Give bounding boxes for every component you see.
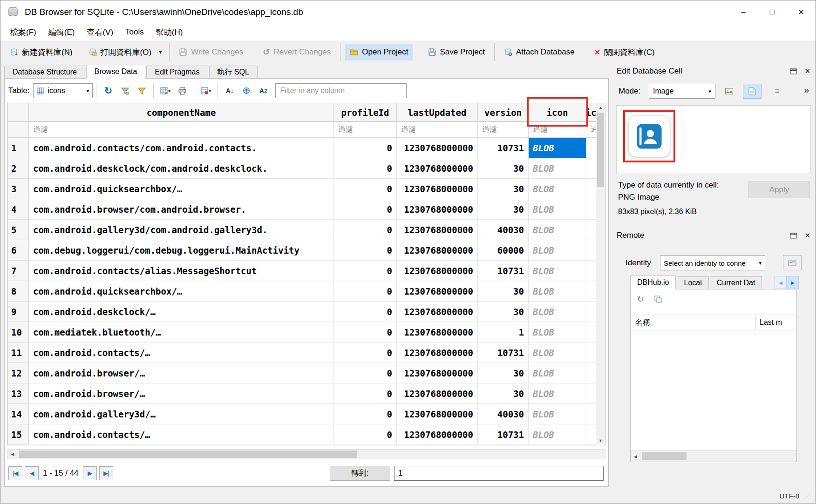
vertical-scrollbar-thumb[interactable] [597, 113, 604, 187]
mode-select[interactable]: Image ▾ [649, 84, 715, 99]
cell-componentName[interactable]: com.debug.loggerui/com.debug.loggerui.Ma… [29, 240, 334, 261]
cell-icon-blob[interactable]: BLOB [529, 343, 586, 363]
row-number[interactable]: 15 [8, 424, 29, 445]
float-panel-icon[interactable] [790, 233, 797, 239]
table-row[interactable]: 10 com.mediatek.bluetooth/… 0 1230768000… [8, 322, 596, 343]
cell-partial[interactable] [586, 322, 596, 343]
cell-version[interactable]: 10731 [478, 261, 529, 281]
main-tab[interactable]: Edit Pragmas [146, 66, 208, 79]
table-row[interactable]: 3 com.android.quicksearchbox/… 0 1230768… [8, 179, 596, 199]
close-panel-icon[interactable]: ✕ [804, 67, 810, 75]
cell-version[interactable]: 60000 [478, 240, 529, 261]
table-row[interactable]: 5 com.android.gallery3d/com.android.gall… [8, 220, 596, 240]
row-number[interactable]: 11 [8, 343, 29, 363]
cell-icon-blob[interactable]: BLOB [529, 179, 586, 199]
table-row[interactable]: 6 com.debug.loggerui/com.debug.loggerui.… [8, 240, 596, 261]
cell-version[interactable]: 30 [478, 363, 529, 383]
goto-button[interactable]: 轉到: [330, 466, 390, 481]
cell-partial[interactable] [586, 363, 596, 383]
cell-icon-blob[interactable]: BLOB [529, 158, 586, 179]
cell-profileId[interactable]: 0 [334, 158, 397, 179]
cell-icon-blob[interactable]: BLOB [529, 261, 586, 281]
cell-profileId[interactable]: 0 [334, 281, 397, 302]
remote-tab[interactable]: Current Dat [710, 276, 762, 289]
cell-lastUpdated[interactable]: 1230768000000 [397, 179, 478, 199]
cell-version[interactable]: 30 [478, 281, 529, 302]
cell-componentName[interactable]: com.android.browser/… [29, 363, 334, 383]
col-header-version[interactable]: version [478, 103, 529, 122]
cell-icon-blob[interactable]: BLOB [529, 322, 586, 343]
cell-lastUpdated[interactable]: 1230768000000 [397, 322, 478, 343]
scroll-left-icon[interactable]: ◀ [8, 450, 17, 459]
cell-componentName[interactable]: com.android.browser/… [29, 383, 334, 404]
remote-horizontal-scrollbar[interactable]: ◀ ▶ [631, 450, 796, 462]
cell-icon-blob[interactable]: BLOB [529, 138, 586, 158]
cell-lastUpdated[interactable]: 1230768000000 [397, 424, 478, 445]
col-header-lastUpdated[interactable]: lastUpdated [397, 103, 478, 122]
new-record-button[interactable]: ▾ [198, 83, 214, 99]
sort-az-button[interactable]: Az [255, 83, 271, 99]
cell-partial[interactable] [586, 138, 596, 158]
cell-version[interactable]: 10731 [478, 343, 529, 363]
table-row[interactable]: 2 com.android.deskclock/com.android.desk… [8, 158, 596, 179]
cell-componentName[interactable]: com.android.deskclock/com.android.deskcl… [29, 158, 334, 179]
row-number[interactable]: 9 [8, 302, 29, 322]
encoding-label[interactable]: UTF-8 [780, 492, 800, 500]
row-number[interactable]: 13 [8, 383, 29, 404]
filter-any-column-input[interactable] [275, 83, 407, 98]
cell-profileId[interactable]: 0 [334, 424, 397, 445]
table-row[interactable]: 1 com.android.contacts/com.android.conta… [8, 138, 596, 158]
cell-componentName[interactable]: com.android.gallery3d/… [29, 404, 334, 424]
import-export-image-button[interactable] [721, 84, 737, 99]
row-number[interactable]: 5 [8, 220, 29, 240]
vertical-scrollbar[interactable]: ▲ ▼ [596, 103, 605, 445]
import-certificate-button[interactable] [783, 255, 802, 270]
prev-page-button[interactable]: ◀ [25, 466, 39, 480]
remote-clone-button[interactable] [652, 293, 664, 305]
row-number[interactable]: 10 [8, 322, 29, 343]
scroll-left-icon[interactable]: ◀ [631, 451, 640, 462]
cell-partial[interactable] [586, 383, 596, 404]
cell-version[interactable]: 1 [478, 322, 529, 343]
row-number[interactable]: 7 [8, 261, 29, 281]
cell-version[interactable]: 30 [478, 302, 529, 322]
table-row[interactable]: 4 com.android.browser/com.android.browse… [8, 199, 596, 220]
menu-item[interactable]: 檔案(F) [4, 25, 42, 40]
cell-lastUpdated[interactable]: 1230768000000 [397, 220, 478, 240]
cell-version[interactable]: 10731 [478, 138, 529, 158]
close-panel-icon[interactable]: ✕ [804, 231, 810, 240]
filter-lastUpdated[interactable]: 過濾 [397, 122, 478, 138]
cell-version[interactable]: 30 [478, 383, 529, 404]
cell-componentName[interactable]: com.android.gallery3d/com.android.galler… [29, 220, 334, 240]
filter-componentName[interactable]: 過濾 [29, 122, 334, 138]
row-number[interactable]: 12 [8, 363, 29, 383]
identity-select[interactable]: Select an identity to conne ▾ [660, 255, 765, 270]
more-options-icon[interactable]: » [804, 85, 809, 95]
cell-icon-blob[interactable]: BLOB [529, 220, 586, 240]
cell-profileId[interactable]: 0 [334, 404, 397, 424]
cell-version[interactable]: 10731 [478, 424, 529, 445]
filter-profileId[interactable]: 過濾 [334, 122, 397, 138]
cell-componentName[interactable]: com.android.deskclock/… [29, 302, 334, 322]
edit-records-button[interactable]: ▾ [157, 83, 173, 99]
table-row[interactable]: 9 com.android.deskclock/… 0 123076800000… [8, 302, 596, 322]
corner-header-cell[interactable] [8, 103, 29, 122]
table-row[interactable]: 8 com.android.quicksearchbox/… 0 1230768… [8, 281, 596, 302]
remote-tab[interactable]: DBHub.io [630, 276, 676, 289]
cell-icon-blob[interactable]: BLOB [529, 404, 586, 424]
clear-filters-button[interactable] [117, 83, 133, 99]
cell-version[interactable]: 40030 [478, 220, 529, 240]
cell-icon-blob[interactable]: BLOB [529, 424, 586, 445]
scroll-up-icon[interactable]: ▲ [596, 103, 605, 112]
horizontal-scrollbar-thumb[interactable] [19, 450, 357, 458]
cell-profileId[interactable]: 0 [334, 322, 397, 343]
menu-item[interactable]: Tools [119, 25, 150, 39]
cell-icon-blob[interactable]: BLOB [529, 281, 586, 302]
cell-lastUpdated[interactable]: 1230768000000 [397, 158, 478, 179]
new-database-button[interactable]: + 新建資料庫(N) [5, 43, 77, 61]
first-page-button[interactable]: |◀ [8, 466, 22, 480]
close-database-button[interactable]: ✕ 關閉資料庫(C) [590, 43, 660, 61]
tab-scroll-left-icon[interactable]: ◀ [775, 276, 787, 289]
cell-partial[interactable] [586, 261, 596, 281]
attach-database-button[interactable]: Attach Database [499, 44, 579, 60]
